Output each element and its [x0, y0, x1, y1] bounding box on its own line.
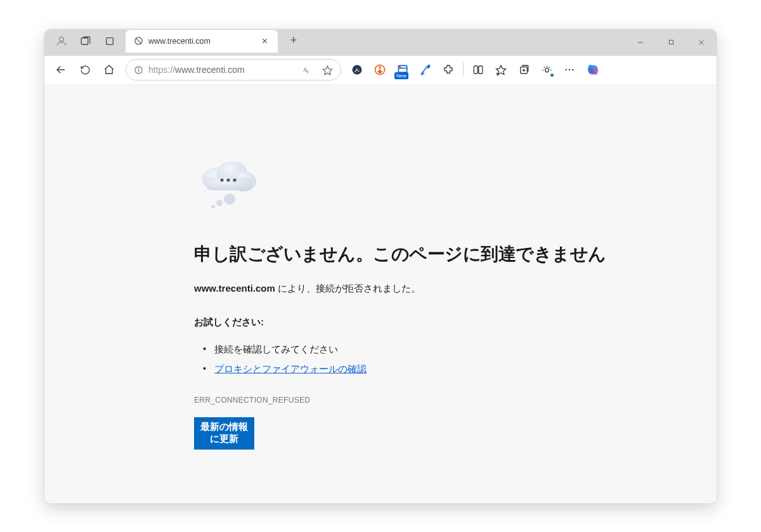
insecure-icon: [133, 36, 143, 46]
svg-point-32: [569, 69, 570, 70]
error-subtitle-rest: により、接続が拒否されました。: [275, 283, 420, 294]
refresh-label-line1: 最新の情報: [200, 422, 248, 432]
profile-icon[interactable]: [51, 30, 72, 52]
collections-icon[interactable]: [513, 59, 535, 81]
toolbar: https://www.trecenti.com A)) New: [44, 56, 717, 85]
refresh-label-line2: に更新: [210, 434, 238, 444]
read-aloud-icon[interactable]: A)): [297, 60, 316, 79]
page-content: 申し訳ございません。このページに到達できません www.trecenti.com…: [44, 85, 717, 503]
svg-point-31: [566, 69, 567, 70]
try-list: 接続を確認してみてください プロキシとファイアウォールの確認: [194, 340, 676, 379]
address-bar-actions: A)): [297, 60, 337, 79]
svg-rect-24: [479, 66, 483, 74]
browser-tab[interactable]: www.trecenti.com: [126, 30, 278, 53]
error-code: ERR_CONNECTION_REFUSED: [194, 396, 676, 405]
extension-2-icon[interactable]: [369, 59, 391, 81]
extension-new-badge: New: [394, 72, 408, 79]
close-window-button[interactable]: [686, 29, 717, 56]
try-item-proxy-firewall: プロキシとファイアウォールの確認: [199, 360, 676, 379]
workspaces-icon[interactable]: [75, 30, 96, 52]
tab-actions-icon[interactable]: [99, 30, 120, 52]
extensions-row: New: [346, 58, 604, 81]
address-bar[interactable]: https://www.trecenti.com A)): [126, 59, 341, 81]
extension-1-icon[interactable]: [346, 59, 368, 81]
try-heading: お試しください:: [194, 316, 676, 328]
svg-rect-1: [81, 37, 88, 44]
more-menu-icon[interactable]: [559, 59, 580, 81]
favorites-icon[interactable]: [490, 59, 512, 81]
svg-line-4: [136, 38, 141, 44]
error-heading: 申し訳ございません。このページに到達できません: [194, 242, 676, 266]
browser-window: www.trecenti.com: [44, 29, 717, 503]
svg-point-41: [224, 193, 235, 205]
svg-point-38: [220, 178, 223, 181]
url-host: www.trecenti.com: [175, 65, 245, 75]
home-button[interactable]: [98, 58, 120, 81]
titlebar: www.trecenti.com: [44, 29, 717, 56]
svg-rect-10: [669, 40, 673, 44]
try-item-check-connection: 接続を確認してみてください: [199, 340, 676, 360]
svg-point-40: [233, 178, 236, 181]
url-protocol: https://: [148, 65, 175, 75]
toolbar-divider: [463, 63, 464, 77]
url-text: https://www.trecenti.com: [148, 65, 292, 75]
copilot-icon[interactable]: [582, 58, 604, 81]
svg-point-42: [216, 200, 223, 206]
svg-rect-23: [474, 66, 478, 74]
error-host: www.trecenti.com: [194, 283, 275, 294]
svg-point-39: [226, 178, 230, 181]
back-button[interactable]: [49, 58, 72, 81]
svg-point-33: [572, 69, 573, 70]
svg-point-43: [211, 205, 215, 209]
error-cloud-icon: [194, 155, 264, 212]
favorite-icon[interactable]: [318, 60, 337, 79]
new-tab-button[interactable]: [284, 30, 303, 49]
tab-close-button[interactable]: [257, 34, 271, 48]
svg-point-0: [60, 37, 64, 41]
svg-point-16: [138, 67, 139, 68]
extension-3-icon[interactable]: New: [392, 59, 413, 81]
performance-icon[interactable]: [536, 59, 557, 81]
svg-text:)): )): [306, 70, 309, 74]
error-subtitle: www.trecenti.com により、接続が拒否されました。: [194, 283, 676, 295]
maximize-button[interactable]: [656, 29, 686, 56]
refresh-button[interactable]: [74, 58, 96, 81]
refresh-page-button[interactable]: 最新の情報 に更新: [194, 417, 254, 450]
extensions-menu-icon[interactable]: [438, 59, 459, 81]
minimize-button[interactable]: [625, 29, 656, 56]
proxy-firewall-link[interactable]: プロキシとファイアウォールの確認: [214, 364, 367, 374]
tab-title: www.trecenti.com: [148, 37, 252, 46]
split-screen-icon[interactable]: [467, 59, 489, 81]
svg-marker-19: [323, 66, 332, 74]
svg-rect-2: [107, 37, 114, 44]
window-controls: [625, 29, 717, 56]
titlebar-left: www.trecenti.com: [44, 29, 306, 56]
performance-status-dot: [550, 73, 554, 77]
extension-4-icon[interactable]: [415, 59, 436, 81]
site-info-icon[interactable]: [134, 65, 143, 75]
